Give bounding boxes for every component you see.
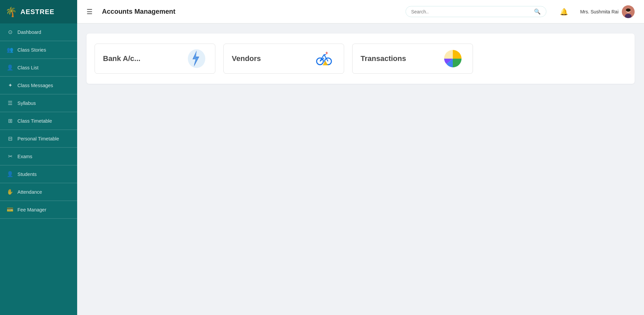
- menu-icon[interactable]: ☰: [87, 8, 93, 16]
- sidebar-item-dashboard[interactable]: ⊙ Dashboard: [0, 23, 77, 41]
- sidebar-item-label: Class List: [17, 65, 39, 70]
- search-bar: 🔍: [406, 6, 546, 17]
- sidebar-item-label: Attendance: [17, 189, 42, 195]
- cards-container: Bank A/c... Vendors: [87, 34, 635, 84]
- sidebar-item-students[interactable]: 👤 Students: [0, 166, 77, 183]
- personal-timetable-icon: ⊟: [7, 135, 13, 142]
- sidebar-item-exams[interactable]: ✂ Exams: [0, 148, 77, 165]
- transactions-icon: [441, 47, 465, 70]
- sidebar-item-class-list[interactable]: 👤 Class List: [0, 59, 77, 76]
- logo-text: AESTREE: [20, 8, 54, 16]
- sidebar-item-label: Dashboard: [17, 29, 41, 35]
- sidebar-item-label: Class Stories: [17, 47, 46, 53]
- sidebar-item-label: Class Messages: [17, 83, 53, 88]
- sidebar-item-label: Exams: [17, 154, 32, 159]
- logo-icon: 🌴: [5, 6, 17, 17]
- main-area: ☰ Accounts Management 🔍 🔔 Mrs. Sushmita …: [77, 0, 644, 315]
- bank-account-icon: [183, 47, 207, 70]
- svg-point-3: [626, 8, 631, 12]
- class-stories-icon: 👥: [7, 47, 13, 53]
- transactions-card[interactable]: Transactions: [352, 44, 473, 74]
- sidebar-item-fee-manager[interactable]: 💳 Fee Manager: [0, 201, 77, 218]
- dashboard-icon: ⊙: [7, 29, 13, 35]
- svg-text:+: +: [325, 50, 328, 56]
- sidebar-item-personal-timetable[interactable]: ⊟ Personal Timetable: [0, 130, 77, 147]
- content-area: Bank A/c... Vendors: [77, 23, 644, 315]
- sidebar-item-syllabus[interactable]: ☰ Syllabus: [0, 94, 77, 112]
- syllabus-icon: ☰: [7, 100, 13, 106]
- search-icon: 🔍: [534, 8, 541, 15]
- sidebar-item-class-stories[interactable]: 👥 Class Stories: [0, 41, 77, 59]
- bank-account-label: Bank A/c...: [103, 54, 141, 63]
- sidebar-item-label: Students: [17, 172, 37, 177]
- sidebar-item-label: Class Timetable: [17, 118, 52, 124]
- fee-manager-icon: 💳: [7, 206, 13, 213]
- attendance-icon: ✋: [7, 189, 13, 195]
- vendors-card[interactable]: Vendors +: [223, 44, 344, 74]
- user-name: Mrs. Sushmita Rai: [580, 9, 619, 14]
- page-title: Accounts Management: [102, 8, 175, 15]
- sidebar: 🌴 AESTREE ⊙ Dashboard👥 Class Stories👤 Cl…: [0, 0, 77, 315]
- class-timetable-icon: ⊞: [7, 118, 13, 124]
- sidebar-item-class-messages[interactable]: ✦ Class Messages: [0, 77, 77, 94]
- vendors-label: Vendors: [232, 54, 261, 63]
- bank-account-card[interactable]: Bank A/c...: [95, 44, 215, 74]
- exams-icon: ✂: [7, 153, 13, 160]
- user-avatar: [622, 5, 635, 18]
- class-list-icon: 👤: [7, 64, 13, 71]
- class-messages-icon: ✦: [7, 82, 13, 88]
- students-icon: 👤: [7, 171, 13, 177]
- sidebar-item-attendance[interactable]: ✋ Attendance: [0, 183, 77, 201]
- sidebar-item-class-timetable[interactable]: ⊞ Class Timetable: [0, 112, 77, 130]
- sidebar-logo: 🌴 AESTREE: [0, 0, 77, 23]
- vendors-icon: +: [312, 47, 336, 70]
- header: ☰ Accounts Management 🔍 🔔 Mrs. Sushmita …: [77, 0, 644, 23]
- sidebar-item-label: Syllabus: [17, 101, 36, 106]
- sidebar-item-label: Fee Manager: [17, 207, 46, 212]
- bell-icon[interactable]: 🔔: [560, 8, 568, 16]
- sidebar-item-label: Personal Timetable: [17, 136, 59, 141]
- transactions-label: Transactions: [361, 54, 406, 63]
- sidebar-nav: ⊙ Dashboard👥 Class Stories👤 Class List✦ …: [0, 23, 77, 219]
- search-input[interactable]: [411, 9, 531, 14]
- user-info: Mrs. Sushmita Rai: [580, 5, 635, 18]
